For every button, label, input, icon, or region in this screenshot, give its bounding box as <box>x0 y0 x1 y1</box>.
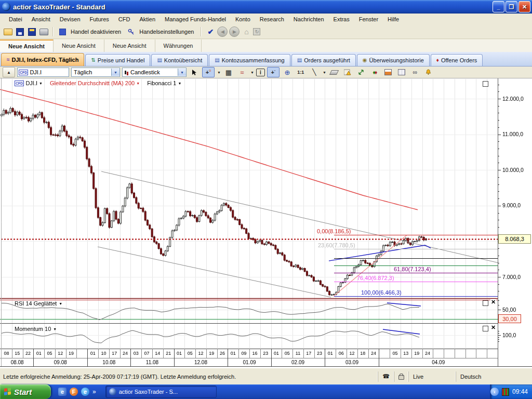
application-window: actior SaxoTrader - Standard _ ❐ ✕ Datei… <box>0 0 532 399</box>
close-momentum-panel-button[interactable]: ✕ <box>490 325 496 330</box>
close-button[interactable]: ✕ <box>518 1 530 12</box>
chevron-down-icon[interactable]: ▼ <box>39 82 43 85</box>
menu-item-konto[interactable]: Konto <box>231 15 255 24</box>
maximize-momentum-panel-button[interactable] <box>483 326 488 331</box>
doc-tab--berweisungshistorie[interactable]: ◉Überweisungshistorie <box>357 54 430 66</box>
rsi-label[interactable]: RSI 14 Geglättet▼ <box>15 300 62 307</box>
chart-template-icon[interactable] <box>396 68 407 77</box>
eraser-icon[interactable] <box>328 68 340 77</box>
doc-tab-label: Kontozusammenfassung <box>222 57 285 63</box>
restore-button[interactable]: ❐ <box>506 1 517 12</box>
chevron-down-icon[interactable]: ▼ <box>178 82 181 85</box>
maximize-price-panel-button[interactable] <box>483 81 488 87</box>
menu-item-extras[interactable]: Extras <box>329 15 354 24</box>
back-icon[interactable]: ◀ <box>217 26 228 37</box>
main-toolbar: Handel deaktivieren Handelseinstellungen… <box>0 25 532 39</box>
style-value: Candlestick <box>130 69 160 75</box>
taskbar-clock: 09:44 <box>512 388 528 395</box>
quick-launch-icon-3[interactable]: e <box>81 388 89 396</box>
menu-item-ansicht[interactable]: Ansicht <box>27 15 55 24</box>
menu-item-futures[interactable]: Futures <box>85 15 114 24</box>
legend-instrument[interactable]: CFD DJI.I▼ <box>15 80 43 86</box>
language-indicator[interactable]: Deutsch <box>456 371 532 382</box>
chart-window-icon[interactable] <box>382 68 394 77</box>
chevron-down-icon[interactable]: ▼ <box>136 82 140 85</box>
chevron-down-icon[interactable]: ▼ <box>323 71 326 74</box>
task-button-saxotrader[interactable]: actior SaxoTrader - S... <box>105 385 217 398</box>
style-select[interactable]: Candlestick▼ <box>122 68 187 77</box>
instrument-input[interactable]: CFD DJI.I <box>17 68 69 77</box>
chevron-down-icon[interactable]: ▼ <box>53 327 57 331</box>
quick-launch-icon-2[interactable]: F <box>70 388 78 396</box>
doc-tab-orders-ausgef-hrt[interactable]: ▤Orders ausgeführt <box>291 54 356 66</box>
network-activity-icon[interactable] <box>502 388 509 396</box>
doc-tab-preise-und-handel[interactable]: ⇅Preise und Handel <box>85 54 150 66</box>
menu-item-managed-funds-handel[interactable]: Managed Funds-Handel <box>160 15 231 24</box>
collapse-panel-button[interactable]: ▲ <box>3 67 15 77</box>
alert-bell-icon[interactable] <box>423 68 434 77</box>
link-icon[interactable]: ∞ <box>409 68 421 77</box>
indicator-tool-icon[interactable]: ≈ <box>236 68 248 77</box>
zoom-icon[interactable]: ⊕ <box>282 68 293 77</box>
annotation-window-icon[interactable]: +▫ <box>267 67 280 77</box>
pointer-tool-icon[interactable] <box>189 68 200 77</box>
menu-item-nachrichten[interactable]: Nachrichten <box>289 15 329 24</box>
menu-item-fenster[interactable]: Fenster <box>354 15 383 24</box>
tray-collapse-icon[interactable]: ‹ <box>490 388 499 396</box>
chevron-down-icon[interactable]: ▼ <box>59 302 62 305</box>
doc-tab-konto-bersicht[interactable]: ▤Kontoübersicht <box>151 54 208 66</box>
chart-toolbar: ▲ CFD DJI.I Täglich▼ Candlestick▼ +o ▼ ▦… <box>0 66 532 78</box>
menu-item-devisen[interactable]: Devisen <box>55 15 85 24</box>
print-icon[interactable] <box>38 26 49 37</box>
workspace-tab-0[interactable]: Neue Ansicht <box>0 39 54 52</box>
disable-trading-button[interactable]: Handel deaktivieren <box>69 29 124 35</box>
cfd-badge: CFD <box>19 70 28 75</box>
chevron-down-icon[interactable]: ▼ <box>111 69 119 76</box>
menu-item-datei[interactable]: Datei <box>4 15 27 24</box>
confirm-check-icon[interactable]: ✔ <box>205 26 216 37</box>
chart-alert-icon[interactable] <box>342 68 353 77</box>
chart-canvas[interactable] <box>0 78 532 368</box>
save-as-icon[interactable] <box>26 26 37 37</box>
home-icon[interactable]: ⌂ <box>241 26 251 37</box>
toolbar-separator <box>52 27 54 36</box>
info-tool-icon[interactable]: i <box>256 69 265 76</box>
crosshair-tool-icon[interactable]: +o <box>202 67 215 77</box>
doc-tab-kontozusammenfassung[interactable]: ▤Kontozusammenfassung <box>209 54 290 66</box>
workspace-tab-3[interactable]: Währungen <box>155 39 202 52</box>
maximize-rsi-panel-button[interactable] <box>483 300 488 306</box>
quick-launch-icon-1[interactable]: e <box>58 388 66 396</box>
compare-icon[interactable]: ♦♦ <box>369 68 380 77</box>
momentum-label[interactable]: Momentum 10▼ <box>15 326 57 332</box>
doc-tab-label: Kontoübersicht <box>164 57 202 63</box>
trade-settings-button[interactable]: Handelseinstellungen <box>138 29 197 35</box>
open-icon[interactable] <box>3 26 13 37</box>
period-select[interactable]: Täglich▼ <box>71 68 120 77</box>
minimize-button[interactable]: _ <box>493 1 504 12</box>
start-button[interactable]: Start <box>0 384 51 399</box>
menu-item-aktien[interactable]: Aktien <box>135 15 160 24</box>
doc-tab-offene-orders[interactable]: ♦Offene Orders <box>431 54 483 66</box>
forward-icon[interactable]: ▶ <box>229 26 240 37</box>
resize-tool-icon[interactable] <box>355 68 367 77</box>
chevron-down-icon[interactable]: ▼ <box>178 69 186 76</box>
close-rsi-panel-button[interactable]: ✕ <box>490 299 496 305</box>
one-to-one-icon[interactable]: 1:1 <box>295 68 307 77</box>
workspace-tab-1[interactable]: Neue Ansicht <box>54 39 104 52</box>
workspace-tab-2[interactable]: Neue Ansicht <box>104 39 155 52</box>
menu-item-hilfe[interactable]: Hilfe <box>383 15 404 24</box>
menu-item-research[interactable]: Research <box>255 15 289 24</box>
menu-item-cfd[interactable]: CFD <box>114 15 135 24</box>
chevron-more-icon[interactable]: » <box>92 388 96 395</box>
chevron-down-icon[interactable]: ▼ <box>217 71 221 74</box>
disable-trading-icon[interactable] <box>57 26 68 37</box>
trendline-tool-icon[interactable]: ╲ <box>309 68 320 77</box>
legend-ma200[interactable]: Gleitender Durchschnitt (MA) 200▼ <box>50 80 140 86</box>
save-icon[interactable] <box>15 26 25 37</box>
key-icon[interactable] <box>126 26 136 37</box>
grid-tool-icon[interactable]: ▦ <box>223 68 234 77</box>
doc-tab-dji-i-index-cfd-t-glich[interactable]: ≈DJI.I, Index-CFD, Täglich <box>1 53 84 66</box>
chevron-down-icon[interactable]: ▼ <box>250 71 254 74</box>
legend-fibonacci[interactable]: Fibonacci 1▼ <box>147 80 181 86</box>
refresh-icon[interactable]: ↻ <box>253 28 260 35</box>
